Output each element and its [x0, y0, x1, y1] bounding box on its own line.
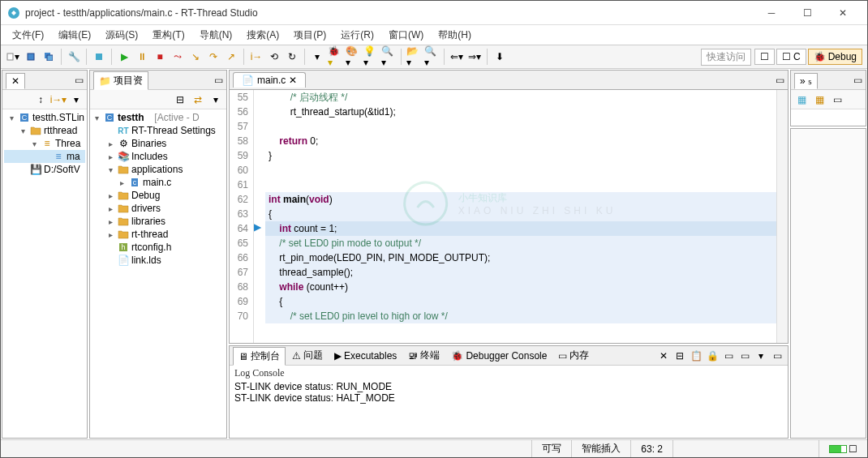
link-icon[interactable]: ⇄: [191, 92, 205, 107]
nav2-icon[interactable]: ⇒▾: [467, 49, 482, 64]
tree-root[interactable]: ▾Ctestth [Active - D: [92, 111, 225, 124]
editor-tab-label: main.c: [257, 75, 286, 86]
menu-item[interactable]: 运行(R): [334, 27, 380, 44]
palette-icon[interactable]: 🎨▾: [346, 49, 360, 64]
wrench-icon[interactable]: 🔧: [67, 49, 81, 64]
outline-tab[interactable]: »₅: [794, 73, 818, 89]
step-into-icon[interactable]: ↘: [188, 49, 203, 64]
debug-view-tab[interactable]: ✕: [6, 73, 25, 89]
close-tab-icon[interactable]: ✕: [289, 75, 297, 86]
project-explorer-tab[interactable]: 📁 项目资: [93, 71, 148, 90]
bottom-tab[interactable]: ⚠ 问题: [287, 347, 328, 364]
v2-icon[interactable]: ▦: [812, 92, 827, 107]
filter-icon[interactable]: ↕: [33, 92, 48, 107]
save-all-icon[interactable]: [41, 49, 56, 64]
menu-item[interactable]: 项目(P): [287, 27, 333, 44]
console-body[interactable]: Log Console ST-LINK device status: RUN_M…: [230, 366, 788, 438]
menu-item[interactable]: 窗口(W): [382, 27, 430, 44]
project-tree[interactable]: ▾Ctestth [Active - DRTRT-Thread Settings…: [90, 109, 226, 438]
tree-item[interactable]: 💾D:/SoftV: [4, 163, 85, 176]
bottom-tab[interactable]: ▶ Executables: [329, 349, 402, 363]
pause-icon[interactable]: ⏸: [135, 49, 149, 64]
min2-icon[interactable]: ▭: [214, 75, 223, 86]
step-return-icon[interactable]: ↗: [224, 49, 238, 64]
menu-item[interactable]: 源码(S): [99, 27, 144, 44]
v3-icon[interactable]: ▭: [830, 92, 844, 107]
tree-item[interactable]: hrtconfig.h: [92, 241, 225, 254]
min3-icon[interactable]: ▭: [853, 75, 862, 86]
tree-item[interactable]: ▾applications: [92, 163, 225, 176]
debug-perspective-button[interactable]: 🐞 Debug: [808, 49, 862, 65]
tree-item[interactable]: ▸📚Includes: [92, 150, 225, 163]
tree-item[interactable]: 📄link.lds: [92, 254, 225, 267]
toggle-icon[interactable]: [92, 49, 106, 64]
c-file-icon: 📄: [242, 75, 254, 86]
bug-icon[interactable]: 🐞▾: [328, 49, 342, 64]
search3-icon[interactable]: 🔍▾: [424, 49, 439, 64]
drop-frame-icon[interactable]: ⟲: [267, 49, 281, 64]
tree-item[interactable]: ▸⚙Binaries: [92, 137, 225, 150]
misc-icon[interactable]: ⬇: [492, 49, 507, 64]
bottom-tab[interactable]: 🐞 Debugger Console: [446, 349, 552, 363]
console-toolbar-icon[interactable]: ▭: [737, 349, 752, 363]
step-over-icon[interactable]: ↷: [206, 49, 221, 64]
menu-item[interactable]: 帮助(H): [432, 27, 478, 44]
c-perspective-button[interactable]: ☐ C: [776, 49, 806, 65]
nav1-icon[interactable]: ⇐▾: [449, 49, 464, 64]
menu-item[interactable]: 编辑(E): [52, 27, 97, 44]
open-perspective-button[interactable]: ☐: [754, 49, 775, 65]
menu-item[interactable]: 导航(N): [193, 27, 239, 44]
statusbar: 可写 智能插入 63: 2 ☐: [1, 439, 867, 457]
disconnect-icon[interactable]: ⤳: [170, 49, 185, 64]
menu-item[interactable]: 搜索(A): [240, 27, 286, 44]
search2-icon[interactable]: 🔍▾: [381, 49, 396, 64]
max-icon[interactable]: ▭: [776, 75, 784, 86]
debug-tree[interactable]: ▾Ctestth.STLin▾rtthread▾≡Threa≡ma💾D:/Sof…: [2, 109, 87, 438]
bottom-tab[interactable]: 🖥 控制台: [233, 347, 286, 366]
tree-item[interactable]: ▸libraries: [92, 215, 225, 228]
console-toolbar-icon[interactable]: ▭: [721, 349, 736, 363]
console-toolbar-icon[interactable]: ✕: [656, 349, 671, 363]
bottom-tab[interactable]: 🖳 终端: [403, 347, 445, 364]
step-icon[interactable]: i→▾: [51, 92, 66, 107]
bulb-icon[interactable]: 💡▾: [363, 49, 378, 64]
maximize-button[interactable]: ☐: [789, 2, 825, 24]
console-toolbar-icon[interactable]: ⊟: [672, 349, 687, 363]
instr-step-icon[interactable]: i→: [249, 49, 264, 64]
tree-item[interactable]: ▾Ctestth.STLin: [4, 111, 85, 124]
menu-item[interactable]: 文件(F): [6, 27, 50, 44]
tree-item[interactable]: ▾rtthread: [4, 124, 85, 137]
tree-item[interactable]: ▸cmain.c: [92, 176, 225, 189]
editor-tab-main-c[interactable]: 📄 main.c ✕: [233, 72, 306, 88]
console-line: ST-LINK device status: HALT_MODE: [234, 392, 783, 404]
quick-access-input[interactable]: 快速访问: [701, 49, 751, 66]
console-toolbar-icon[interactable]: ▭: [770, 349, 784, 363]
menu-item[interactable]: 重构(T): [146, 27, 191, 44]
new-icon[interactable]: ▾: [6, 49, 20, 64]
overview-ruler[interactable]: [776, 90, 788, 343]
tree-item[interactable]: ▾≡Threa: [4, 137, 85, 150]
stop-icon[interactable]: ■: [153, 49, 167, 64]
console-toolbar-icon[interactable]: ▾: [754, 349, 768, 363]
launch-icon[interactable]: ▾: [310, 49, 324, 64]
tree-item[interactable]: RTRT-Thread Settings: [92, 124, 225, 137]
minimize-button[interactable]: ─: [754, 2, 789, 24]
tree-item[interactable]: ▸rt-thread: [92, 228, 225, 241]
restart-icon[interactable]: ↻: [285, 49, 299, 64]
tree-item[interactable]: ▸drivers: [92, 202, 225, 215]
min-icon[interactable]: ▭: [75, 75, 84, 86]
console-toolbar-icon[interactable]: 📋: [689, 349, 703, 363]
v1-icon[interactable]: ▦: [794, 92, 809, 107]
run-icon[interactable]: ▶: [117, 49, 131, 64]
close-button[interactable]: ✕: [825, 2, 861, 24]
collapse-icon[interactable]: ⊟: [173, 92, 187, 107]
tree-item[interactable]: ≡ma: [4, 150, 85, 163]
save-icon[interactable]: [24, 49, 38, 64]
console-toolbar-icon[interactable]: 🔒: [705, 349, 720, 363]
code-editor[interactable]: 55565758596061626364656667686970 ▶ /* 启动…: [230, 90, 788, 343]
tree-item[interactable]: ▸Debug: [92, 189, 225, 202]
menu2-icon[interactable]: ▾: [208, 92, 223, 107]
folder-icon[interactable]: 📂▾: [406, 49, 421, 64]
menu-icon[interactable]: ▾: [69, 92, 84, 107]
bottom-tab[interactable]: ▭ 内存: [553, 347, 594, 364]
